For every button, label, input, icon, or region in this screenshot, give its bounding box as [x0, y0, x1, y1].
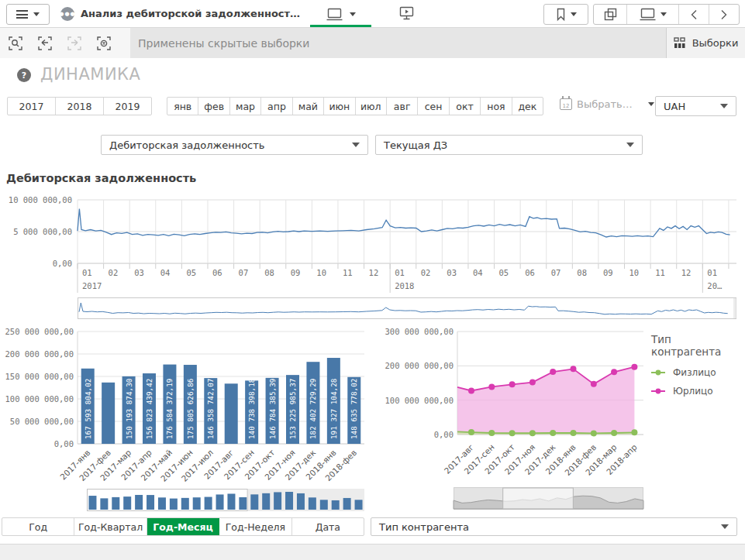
granularity-button-Год-Квартал[interactable]: Год-Квартал	[74, 518, 147, 535]
svg-text:09: 09	[603, 268, 613, 277]
svg-text:146 784 385,39: 146 784 385,39	[268, 379, 277, 439]
svg-text:06: 06	[212, 268, 222, 277]
measure-dropdown[interactable]: Дебиторская задолженность	[101, 135, 368, 155]
daily-debt-line-chart[interactable]: 10 000 000,005 000 000,000,0001020304050…	[0, 192, 745, 297]
svg-text:03: 03	[447, 268, 457, 277]
svg-text:03: 03	[134, 268, 144, 277]
svg-text:06: 06	[525, 268, 535, 277]
currency-dropdown[interactable]: UAH	[655, 96, 736, 116]
svg-text:0,00: 0,00	[434, 430, 454, 439]
monitor-icon	[640, 8, 656, 21]
svg-text:0,00: 0,00	[54, 439, 74, 448]
month-button-авг[interactable]: авг	[387, 98, 418, 115]
legend: Тип контрагента ФизлицоЮрлицо	[651, 333, 743, 404]
month-button-ноя[interactable]: ноя	[481, 98, 512, 115]
next-sheet-button[interactable]	[709, 5, 739, 24]
chevron-left-icon	[690, 9, 698, 20]
submeasure-dropdown[interactable]: Текущая ДЗ	[375, 135, 643, 155]
month-button-дек[interactable]: дек	[512, 98, 543, 115]
bookmark-icon	[556, 8, 566, 21]
svg-text:150 000 000,00: 150 000 000,00	[5, 372, 74, 381]
step-back-button[interactable]	[34, 33, 56, 54]
undo-arrow-icon	[38, 36, 52, 50]
svg-text:250 000 000,00: 250 000 000,00	[5, 327, 74, 336]
previous-sheet-button[interactable]	[679, 5, 709, 24]
bookmarks-button[interactable]	[543, 4, 588, 25]
year-button-2017[interactable]: 2017	[8, 98, 56, 115]
month-button-фев[interactable]: фев	[198, 98, 229, 115]
active-view-underline	[310, 25, 371, 27]
legend-item-Юрлицо[interactable]: Юрлицо	[651, 386, 743, 397]
area-chart-navigator[interactable]	[454, 487, 643, 510]
svg-text:50 000 000,00: 50 000 000,00	[10, 417, 74, 426]
month-button-май[interactable]: май	[293, 98, 324, 115]
svg-text:5 000 000,00: 5 000 000,00	[13, 227, 72, 236]
smart-search-button[interactable]	[5, 33, 26, 54]
svg-text:175 805 626,86: 175 805 626,86	[186, 379, 195, 439]
svg-text:100 000 000,00: 100 000 000,00	[385, 396, 454, 405]
granularity-button-Год-Месяц[interactable]: Год-Месяц	[147, 518, 219, 535]
calendar-icon: 12	[560, 98, 572, 110]
granularity-button-Дата[interactable]: Дата	[292, 518, 364, 535]
svg-text:2017: 2017	[82, 281, 102, 290]
app-window: ●●● Анализ дебиторской задолженност…	[0, 0, 745, 560]
date-picker[interactable]: 12 Выбрать…	[560, 98, 654, 110]
date-picker-label: Выбрать…	[577, 98, 633, 110]
legend-marker-icon	[651, 369, 667, 376]
global-menu-button[interactable]	[6, 4, 50, 25]
clear-selections-button[interactable]	[93, 33, 115, 54]
month-button-сен[interactable]: сен	[418, 98, 449, 115]
legend-item-Физлицо[interactable]: Физлицо	[651, 367, 743, 378]
sheet-navigation-group	[593, 4, 740, 25]
redo-arrow-icon	[67, 36, 81, 50]
month-button-апр[interactable]: апр	[261, 98, 292, 115]
svg-text:09: 09	[291, 268, 301, 277]
chevron-down-icon	[660, 12, 667, 16]
selections-grid-icon	[674, 37, 686, 49]
svg-text:167 593 804,02: 167 593 804,02	[84, 379, 92, 439]
month-button-окт[interactable]: окт	[450, 98, 481, 115]
svg-text:10 000 000,00: 10 000 000,00	[9, 195, 72, 204]
sheets-overview-button[interactable]	[594, 5, 627, 24]
selection-tools	[0, 28, 130, 58]
svg-text:100 000 000,00: 100 000 000,00	[5, 394, 74, 404]
help-icon[interactable]: ?	[17, 68, 31, 82]
svg-text:05: 05	[499, 268, 509, 277]
dimension-dropdown[interactable]: Тип контрагента	[371, 517, 737, 536]
sheet-view-button[interactable]	[313, 5, 369, 23]
currency-value: UAH	[664, 101, 685, 112]
submeasure-value: Текущая ДЗ	[384, 139, 447, 151]
current-sheet-dropdown[interactable]	[627, 5, 679, 24]
svg-text:08: 08	[264, 268, 274, 277]
month-button-июл[interactable]: июл	[356, 98, 387, 115]
svg-text:140 738 398,18: 140 738 398,18	[247, 379, 256, 439]
svg-text:146 358 742,07: 146 358 742,07	[206, 379, 215, 439]
granularity-button-Год[interactable]: Год	[2, 518, 74, 535]
month-button-мар[interactable]: мар	[230, 98, 261, 115]
month-button-июн[interactable]: июн	[324, 98, 355, 115]
svg-text:0,00: 0,00	[53, 259, 72, 268]
selections-tool-button[interactable]: Выборки	[666, 28, 745, 58]
svg-text:153 225 985,37: 153 225 985,37	[288, 379, 297, 439]
step-forward-button[interactable]	[64, 33, 85, 54]
svg-text:07: 07	[239, 268, 249, 277]
granularity-button-Год-Неделя[interactable]: Год-Неделя	[219, 518, 291, 535]
chevron-down-icon	[350, 12, 356, 16]
year-button-2019[interactable]: 2019	[104, 98, 151, 115]
selections-label: Выборки	[692, 37, 739, 49]
svg-text:20…: 20…	[707, 281, 722, 290]
chevron-down-icon	[571, 12, 577, 16]
year-button-2018[interactable]: 2018	[56, 98, 104, 115]
chevron-down-icon	[626, 143, 634, 147]
presentation-mode-button[interactable]	[395, 5, 417, 23]
svg-text:08: 08	[577, 268, 587, 277]
bar-chart-navigator[interactable]	[87, 489, 364, 511]
svg-text:01: 01	[395, 268, 405, 277]
svg-text:156 823 439,42: 156 823 439,42	[145, 379, 153, 439]
chart-title: Дебиторская задолженность	[6, 172, 196, 184]
app-title: Анализ дебиторской задолженност…	[81, 8, 300, 19]
svg-text:12: 12	[681, 268, 692, 277]
svg-text:01: 01	[707, 268, 717, 277]
month-button-янв[interactable]: янв	[167, 98, 198, 115]
daily-chart-navigator[interactable]	[78, 297, 736, 319]
